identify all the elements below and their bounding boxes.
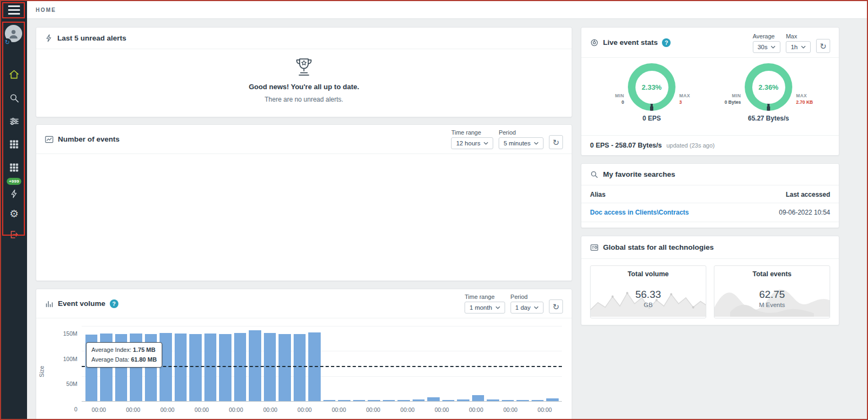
volume-bar[interactable] [502,400,514,401]
volume-bar[interactable] [219,334,231,401]
grid-icon [9,163,19,172]
sidebar-item-apps[interactable] [7,138,21,151]
sidebar-item-settings[interactable]: ⚙ [7,207,21,220]
favorites-table-header: Alias Last accessed [581,185,839,203]
x-tick-label: 00:00 [503,406,518,413]
report-icon [590,243,599,252]
notification-count-badge: +999 [6,178,21,185]
period-select[interactable]: 1 day [511,302,544,314]
chevron-down-icon [534,306,539,309]
volume-bar[interactable] [323,400,336,401]
max-label: Max [786,33,811,39]
volume-bar[interactable] [368,400,380,401]
breadcrumb: HOME [36,7,56,13]
x-tick-label: 00:00 [366,406,380,413]
volume-bar[interactable] [457,399,469,401]
search-icon [9,93,19,103]
unread-alerts-card: Last 5 unread alerts Good news! You're a… [36,27,572,117]
volume-bar[interactable] [353,400,366,401]
chevron-down-icon [483,142,488,145]
volume-bar[interactable] [338,400,350,401]
x-tick-label: 00:00 [229,406,243,413]
volume-bar[interactable] [175,334,187,401]
sidebar-item-dashboards[interactable] [7,161,21,174]
max-label: MAX [796,93,817,98]
volume-bar[interactable] [413,399,425,401]
avatar[interactable]: ↻ [5,25,23,45]
alerts-headline: Good news! You're all up to date. [249,83,359,91]
y-axis-label: Size [38,334,45,409]
card-title: Live event stats [603,38,658,46]
volume-bar[interactable] [397,400,410,401]
volume-bar[interactable] [204,334,217,401]
tile-value: 56.33 [635,289,661,301]
help-icon[interactable]: ? [110,299,118,308]
min-label: MIN [603,93,624,98]
refresh-button[interactable]: ↻ [816,39,830,53]
x-tick-label: 00:00 [332,406,346,413]
x-tick-label: 00:00 [297,406,312,413]
y-axis-ticks: 150M 100M 50M 0 [52,330,77,412]
volume-bar[interactable] [383,400,395,401]
sidebar-item-filters[interactable] [7,115,21,128]
volume-bar[interactable] [532,400,544,401]
max-select[interactable]: 1h [786,41,811,53]
volume-bar[interactable] [189,334,202,401]
trophy-icon [291,56,316,78]
x-tick-label: 00:00 [195,406,209,413]
card-title: Last 5 unread alerts [57,34,127,42]
volume-bar[interactable] [516,400,529,401]
refresh-button[interactable]: ↻ [549,299,563,314]
volume-bar[interactable] [294,334,306,401]
x-tick-label: 00:00 [435,406,449,413]
search-icon [590,170,599,179]
volume-bar[interactable] [442,400,455,401]
eps-donut-group: MIN 0 2.33% 0 EPS MAX 3 [603,63,700,122]
x-axis-ticks: 00:0000:0000:0000:0000:0000:0000:0000:00… [82,402,562,413]
donut-caption: 65.27 Bytes/s [748,115,789,122]
period-select[interactable]: 5 minutes [499,137,544,149]
total-volume-tile: Total volume 56.33 GB [590,265,706,318]
min-value: 0 [603,99,624,105]
volume-bar[interactable] [427,397,440,401]
global-stats-card: Global stats for all technologies Total … [581,236,839,325]
gear-icon: ⚙ [9,209,18,219]
min-value: 0 Bytes [720,99,741,105]
footer-note: updated (23s ago) [666,142,714,149]
x-tick-label: 00:00 [126,406,140,413]
period-label: Period [511,294,544,300]
time-range-select[interactable]: 1 month [465,302,505,314]
volume-bar[interactable] [472,395,485,401]
period-label: Period [499,129,544,136]
favorite-search-link[interactable]: Doc access in Clients\Contracts [590,209,689,216]
time-range-select[interactable]: 12 hours [451,137,493,149]
lightning-icon [10,189,19,198]
sidebar-item-search[interactable] [7,91,21,104]
volume-bar[interactable] [487,399,499,401]
event-volume-card: Event volume ? Time range 1 month Period… [36,289,572,420]
alerts-subtext: There are no unread alerts. [264,96,343,103]
time-range-label: Time range [451,129,493,136]
donut-chart-icon [590,38,599,47]
footer-value: 0 EPS - 258.07 Bytes/s [590,142,662,149]
sidebar-item-alerts[interactable] [7,187,21,200]
refresh-button[interactable]: ↻ [549,135,563,149]
chevron-down-icon [771,45,776,49]
sidebar-item-logout[interactable] [7,228,21,241]
sidebar: ↻ +999 ⚙ [1,1,27,419]
average-label: Average [753,33,781,39]
chevron-down-icon [534,142,539,145]
chevron-down-icon [801,45,806,49]
average-select[interactable]: 30s [753,41,781,53]
total-events-tile: Total events 62.75 M Events [714,265,830,318]
volume-bar[interactable] [279,334,291,401]
chart-tooltip: Average Index: 1.75 MB Average Data: 61.… [86,342,162,368]
sidebar-item-home[interactable] [7,68,21,81]
volume-bar[interactable] [546,398,559,401]
help-icon[interactable]: ? [662,38,671,47]
hamburger-menu-icon[interactable] [8,5,20,15]
chart-plot-area: Average Index: 1.75 MB Average Data: 61.… [82,326,562,402]
favorites-table-row: Doc access in Clients\Contracts 09-06-20… [581,203,839,222]
tile-label: Total events [714,266,830,280]
max-value: 2.70 KB [796,99,817,105]
